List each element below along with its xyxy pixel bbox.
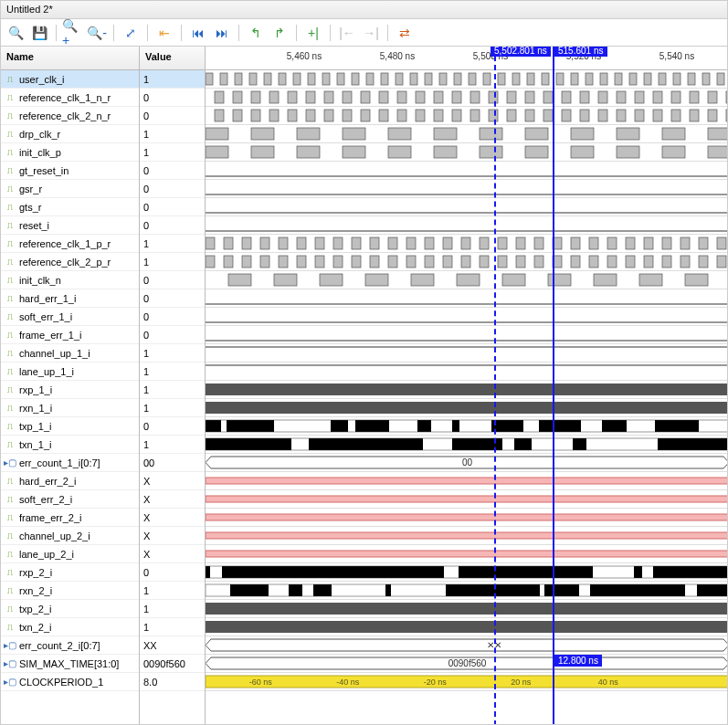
signal-row[interactable]: ⎍reference_clk_1_n_r bbox=[1, 89, 139, 107]
svg-rect-287 bbox=[317, 584, 332, 596]
wave-row[interactable] bbox=[206, 180, 727, 198]
names-column[interactable]: Name ⎍user_clk_i⎍reference_clk_1_n_r⎍ref… bbox=[1, 47, 140, 725]
signal-row[interactable]: ⎍rxp_2_i bbox=[1, 563, 139, 582]
values-column[interactable]: Value 10011000011000011110100XXXXX0111XX… bbox=[140, 47, 206, 725]
svg-rect-286 bbox=[313, 584, 317, 596]
separator bbox=[296, 25, 297, 41]
wave-row[interactable] bbox=[206, 618, 727, 636]
signal-row[interactable]: ⎍soft_err_2_i bbox=[1, 490, 139, 509]
zoom-out-icon[interactable]: 🔍- bbox=[86, 23, 108, 43]
wave-row[interactable] bbox=[206, 107, 727, 125]
wave-row[interactable] bbox=[206, 198, 727, 216]
cursor-b[interactable] bbox=[553, 47, 554, 725]
save-icon[interactable]: 💾 bbox=[28, 23, 50, 43]
swap-markers-icon[interactable]: ⇄ bbox=[394, 23, 416, 43]
signal-row[interactable]: ⎍gt_reset_in bbox=[1, 162, 139, 180]
signal-row[interactable]: ⎍frame_err_2_i bbox=[1, 509, 139, 527]
signal-row[interactable]: ⎍reference_clk_2_p_r bbox=[1, 253, 139, 271]
signal-row[interactable]: ⎍reference_clk_2_n_r bbox=[1, 107, 139, 125]
signal-row[interactable]: ⎍lane_up_2_i bbox=[1, 545, 139, 563]
signal-row[interactable]: ⎍rxp_1_i bbox=[1, 381, 139, 399]
svg-rect-169 bbox=[534, 256, 543, 268]
wave-row[interactable] bbox=[206, 527, 727, 545]
zoom-fit-icon[interactable]: ⤢ bbox=[120, 23, 142, 43]
zoom-icon[interactable]: 🔍 bbox=[5, 23, 26, 43]
signal-row[interactable]: ⎍lane_up_1_i bbox=[1, 362, 139, 381]
signal-row[interactable]: ⎍channel_up_2_i bbox=[1, 527, 139, 545]
wave-row[interactable] bbox=[206, 563, 727, 582]
signal-row[interactable]: ⎍init_clk_n bbox=[1, 271, 139, 289]
signal-row[interactable]: ⎍reference_clk_1_p_r bbox=[1, 235, 139, 253]
wave-row[interactable]: 00 bbox=[206, 454, 727, 472]
svg-rect-130 bbox=[352, 237, 361, 249]
svg-rect-74 bbox=[379, 110, 388, 121]
wave-row[interactable] bbox=[206, 125, 727, 143]
signal-row[interactable]: ⎍soft_err_1_i bbox=[1, 308, 139, 326]
signal-row[interactable]: ⎍gts_r bbox=[1, 198, 139, 216]
wave-row[interactable] bbox=[206, 326, 727, 344]
signal-row[interactable]: ⎍frame_err_1_i bbox=[1, 326, 139, 344]
wave-row[interactable] bbox=[206, 235, 727, 253]
wave-row[interactable] bbox=[206, 271, 727, 289]
wave-row[interactable] bbox=[206, 289, 727, 308]
prev-marker-icon[interactable]: |← bbox=[336, 23, 358, 43]
prev-edge-icon[interactable]: ↰ bbox=[245, 23, 267, 43]
signal-row[interactable]: ▸▢SIM_MAX_TIME[31:0] bbox=[1, 655, 139, 673]
signal-row[interactable]: ⎍txn_2_i bbox=[1, 618, 139, 636]
wave-row[interactable] bbox=[206, 417, 727, 436]
signal-row[interactable]: ⎍init_clk_p bbox=[1, 143, 139, 162]
svg-rect-242 bbox=[673, 438, 676, 450]
next-marker-icon[interactable]: →| bbox=[360, 23, 382, 43]
waveform-area[interactable]: 5,502.801 ns 515.601 ns 5,460 ns5,480 ns… bbox=[206, 47, 727, 725]
wave-row[interactable] bbox=[206, 472, 727, 490]
wave-row[interactable]: 0090f560 bbox=[206, 655, 727, 673]
wave-row[interactable] bbox=[206, 545, 727, 563]
wave-row[interactable]: ✕✕ bbox=[206, 636, 727, 655]
wave-row[interactable] bbox=[206, 89, 727, 107]
svg-rect-255 bbox=[222, 566, 225, 578]
last-icon[interactable]: ⏭ bbox=[211, 23, 233, 43]
wave-row[interactable] bbox=[206, 70, 727, 89]
wave-row[interactable] bbox=[206, 600, 727, 618]
add-marker-icon[interactable]: +| bbox=[302, 23, 324, 43]
wave-row[interactable] bbox=[206, 490, 727, 509]
svg-rect-177 bbox=[681, 256, 690, 268]
svg-rect-3 bbox=[249, 73, 257, 85]
first-icon[interactable]: ⏮ bbox=[187, 23, 209, 43]
signal-row[interactable]: ⎍gsr_r bbox=[1, 180, 139, 198]
signal-row[interactable]: ⎍txp_1_i bbox=[1, 417, 139, 436]
signal-row[interactable]: ⎍hard_err_2_i bbox=[1, 472, 139, 490]
wave-row[interactable] bbox=[206, 582, 727, 600]
zoom-in-icon[interactable]: 🔍+ bbox=[62, 23, 84, 43]
wave-row[interactable] bbox=[206, 509, 727, 527]
next-edge-icon[interactable]: ↱ bbox=[269, 23, 290, 43]
wave-row[interactable] bbox=[206, 399, 727, 417]
wave-row[interactable] bbox=[206, 381, 727, 399]
wave-row[interactable] bbox=[206, 216, 727, 235]
signal-row[interactable]: ⎍drp_clk_r bbox=[1, 125, 139, 143]
svg-rect-48 bbox=[434, 91, 443, 103]
signal-row[interactable]: ⎍channel_up_1_i bbox=[1, 344, 139, 362]
signal-row[interactable]: ▸▢CLOCKPERIOD_1 bbox=[1, 673, 139, 691]
signal-row[interactable]: ⎍hard_err_1_i bbox=[1, 289, 139, 308]
signal-row[interactable]: ⎍reset_i bbox=[1, 216, 139, 235]
wave-row[interactable] bbox=[206, 143, 727, 162]
wave-row[interactable] bbox=[206, 344, 727, 362]
time-ruler[interactable]: 5,502.801 ns 515.601 ns 5,460 ns5,480 ns… bbox=[206, 47, 727, 70]
signal-row[interactable]: ⎍txp_2_i bbox=[1, 600, 139, 618]
window-title: Untitled 2* bbox=[6, 4, 53, 15]
wave-row[interactable] bbox=[206, 436, 727, 454]
wave-row[interactable]: -60 ns-40 ns-20 ns20 ns40 ns bbox=[206, 673, 727, 691]
wave-row[interactable] bbox=[206, 253, 727, 271]
wave-row[interactable] bbox=[206, 362, 727, 381]
signal-row[interactable]: ⎍rxn_2_i bbox=[1, 582, 139, 600]
signal-row[interactable]: ⎍txn_1_i bbox=[1, 436, 139, 454]
wave-row[interactable] bbox=[206, 162, 727, 180]
signal-row[interactable]: ▸▢err_count_2_i[0:7] bbox=[1, 636, 139, 655]
wave-row[interactable] bbox=[206, 308, 727, 326]
cursor-a[interactable] bbox=[494, 47, 496, 725]
signal-row[interactable]: ⎍rxn_1_i bbox=[1, 399, 139, 417]
goto-marker-icon[interactable]: ⇤ bbox=[153, 23, 175, 43]
signal-row[interactable]: ▸▢err_count_1_i[0:7] bbox=[1, 454, 139, 472]
signal-row[interactable]: ⎍user_clk_i bbox=[1, 70, 139, 89]
